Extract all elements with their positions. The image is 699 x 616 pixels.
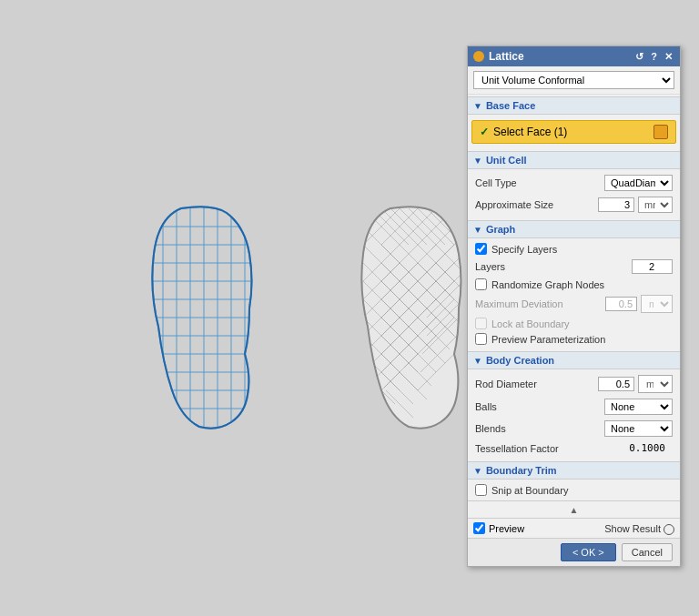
refresh-button[interactable]: ↺ — [633, 51, 645, 63]
unit-cell-arrow: ▼ — [473, 156, 482, 166]
preview-param-checkbox[interactable] — [475, 333, 487, 345]
balls-select[interactable]: None — [604, 399, 673, 415]
cell-type-label: Cell Type — [475, 177, 601, 188]
specify-layers-label: Specify Layers — [491, 244, 557, 255]
body-creation-content: Rod Diameter mm Balls None Blends None — [468, 369, 680, 459]
search-icon — [664, 524, 674, 535]
section-graph[interactable]: ▼ Graph — [468, 220, 680, 238]
layers-label: Layers — [475, 261, 628, 272]
panel-actions: < OK > Cancel — [468, 538, 680, 566]
panel-title: Lattice — [489, 50, 524, 63]
specify-layers-checkbox[interactable] — [475, 243, 487, 255]
max-deviation-row: Maximum Deviation mm — [468, 292, 680, 316]
rod-diameter-row: Rod Diameter mm — [468, 372, 680, 396]
randomize-nodes-row: Randomize Graph Nodes — [468, 277, 680, 292]
tessellation-label: Tessellation Factor — [475, 443, 625, 454]
body-creation-label: Body Creation — [486, 355, 554, 366]
max-deviation-label: Maximum Deviation — [475, 298, 602, 309]
graph-arrow: ▼ — [473, 225, 482, 235]
randomize-nodes-label: Randomize Graph Nodes — [491, 279, 604, 290]
select-face-check: ✓ — [480, 126, 489, 138]
preview-label: Preview — [489, 523, 524, 534]
help-button[interactable]: ? — [649, 51, 659, 63]
panel-bottom: Preview Show Result — [468, 518, 680, 538]
volume-type-select[interactable]: Unit Volume Conformal — [473, 71, 674, 89]
approx-size-input[interactable]: 3 — [598, 197, 634, 212]
lattice-icon — [473, 51, 484, 62]
panel-body: Unit Volume Conformal ▼ Base Face ✓ Sele… — [468, 66, 680, 518]
approx-size-row: Approximate Size 3 mm — [468, 194, 680, 216]
boundary-trim-content: Snip at Boundary — [468, 480, 680, 500]
main-container: Lattice ↺ ? ✕ Unit Volume Conformal ▼ Ba… — [0, 0, 699, 616]
svg-line-30 — [454, 208, 468, 222]
rod-diameter-input[interactable] — [598, 377, 634, 391]
rod-diameter-label: Rod Diameter — [475, 379, 594, 389]
unit-cell-label: Unit Cell — [486, 155, 527, 166]
snip-boundary-label: Snip at Boundary — [491, 485, 568, 496]
shoe-mesh-left — [131, 181, 286, 436]
boundary-trim-arrow: ▼ — [473, 466, 482, 476]
section-boundary-trim[interactable]: ▼ Boundary Trim — [468, 461, 680, 480]
graph-content: Specify Layers Layers Randomize Graph No… — [468, 238, 680, 349]
select-face-row[interactable]: ✓ Select Face (1) — [471, 120, 676, 144]
approx-size-label: Approximate Size — [475, 199, 594, 210]
shoe-area — [131, 181, 495, 436]
show-result-area[interactable]: Show Result — [604, 523, 674, 534]
randomize-nodes-checkbox[interactable] — [475, 278, 487, 290]
blends-select[interactable]: None — [604, 420, 673, 437]
lattice-panel: Lattice ↺ ? ✕ Unit Volume Conformal ▼ Ba… — [467, 45, 681, 567]
main-dropdown-row: Unit Volume Conformal — [468, 66, 680, 95]
blends-label: Blends — [475, 423, 601, 434]
titlebar-left: Lattice — [473, 50, 524, 63]
titlebar-controls[interactable]: ↺ ? ✕ — [633, 51, 674, 63]
ok-button[interactable]: < OK > — [561, 543, 616, 561]
layers-row: Layers — [468, 257, 680, 277]
base-face-arrow: ▼ — [473, 101, 482, 111]
max-deviation-unit: mm — [641, 295, 673, 313]
graph-label: Graph — [486, 224, 515, 235]
lock-boundary-label: Lock at Boundary — [491, 318, 570, 329]
select-face-label: Select Face (1) — [493, 126, 567, 138]
lock-boundary-checkbox — [475, 318, 487, 329]
section-base-face[interactable]: ▼ Base Face — [468, 96, 680, 115]
cell-type-select[interactable]: QuadDiametral — [604, 175, 673, 191]
svg-point-0 — [158, 213, 258, 331]
approx-size-unit-select[interactable]: mm — [638, 197, 673, 213]
blends-row: Blends None — [468, 418, 680, 439]
base-face-content: ✓ Select Face (1) — [468, 115, 680, 149]
layers-input[interactable] — [632, 259, 673, 274]
collapse-arrow[interactable]: ▲ — [570, 505, 579, 515]
close-button[interactable]: ✕ — [663, 51, 674, 63]
section-unit-cell[interactable]: ▼ Unit Cell — [468, 151, 680, 169]
svg-point-1 — [145, 299, 254, 427]
preview-param-label: Preview Parameterization — [491, 334, 605, 345]
unit-cell-content: Cell Type QuadDiametral Approximate Size… — [468, 169, 680, 218]
preview-param-row: Preview Parameterization — [468, 331, 680, 347]
preview-check-area: Preview — [473, 522, 524, 534]
body-creation-arrow: ▼ — [473, 356, 482, 366]
cell-type-row: Cell Type QuadDiametral — [468, 172, 680, 194]
face-icon — [653, 125, 668, 139]
section-body-creation[interactable]: ▼ Body Creation — [468, 351, 680, 369]
balls-row: Balls None — [468, 396, 680, 418]
max-deviation-input — [605, 297, 637, 311]
specify-layers-row: Specify Layers — [468, 241, 680, 257]
base-face-label: Base Face — [486, 100, 535, 111]
balls-label: Balls — [475, 401, 601, 412]
boundary-trim-label: Boundary Trim — [486, 465, 557, 476]
cancel-button[interactable]: Cancel — [622, 543, 673, 561]
snip-boundary-checkbox[interactable] — [475, 484, 487, 496]
panel-titlebar: Lattice ↺ ? ✕ — [468, 46, 680, 66]
tessellation-row: Tessellation Factor 0.1000 — [468, 439, 680, 457]
lock-boundary-row: Lock at Boundary — [468, 316, 680, 331]
preview-checkbox[interactable] — [473, 522, 485, 534]
show-result-label: Show Result — [604, 523, 661, 534]
rod-diameter-unit[interactable]: mm — [638, 375, 673, 393]
snip-boundary-row: Snip at Boundary — [468, 482, 680, 498]
tessellation-value: 0.1000 — [629, 442, 673, 454]
